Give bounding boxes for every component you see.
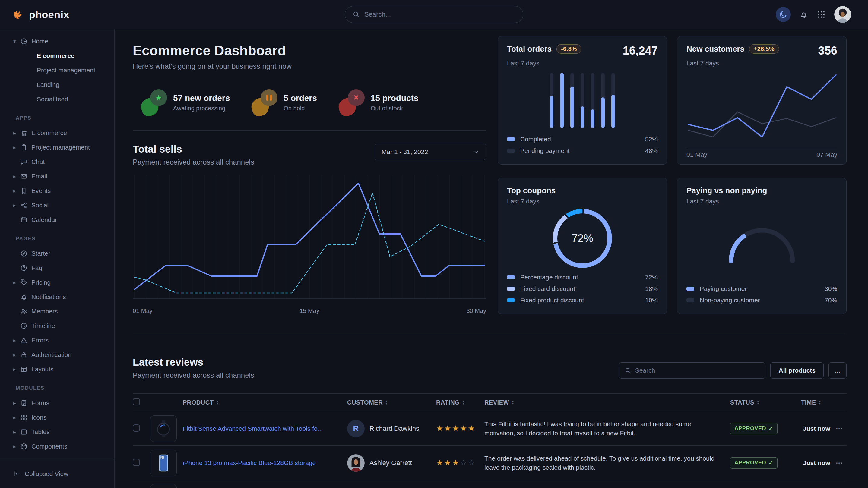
sidebar-item-members[interactable]: Members	[0, 304, 114, 319]
row-checkbox[interactable]	[133, 459, 140, 466]
sidebar-item-chat[interactable]: Chat	[0, 155, 114, 169]
all-products-button[interactable]: All products	[770, 362, 824, 379]
legend-value: 18%	[645, 285, 658, 292]
sidebar-item-events[interactable]: ▸Events	[0, 184, 114, 198]
sidebar-item-project-management[interactable]: Project management	[0, 63, 114, 77]
caret-right-icon[interactable]: ▸	[13, 337, 20, 344]
card-new-customers: New customers +26.5% 356 Last 7 days 01 …	[677, 36, 846, 165]
card-paying-vs-nonpaying: Paying vs non paying Last 7 days Paying …	[677, 178, 846, 314]
reviews-search-input[interactable]	[635, 367, 760, 374]
stat-awating-processing: ★57 new ordersAwating processing	[141, 89, 230, 116]
sidebar-item-forms[interactable]: ▸Forms	[0, 396, 114, 410]
sidebar-item-icons[interactable]: ▸Icons	[0, 410, 114, 425]
legend-value: 30%	[825, 285, 837, 292]
column-header-review[interactable]: REVIEW▲▼	[484, 399, 730, 406]
sidebar-item-faq[interactable]: Faq	[0, 261, 114, 275]
caret-right-icon[interactable]: ▸	[13, 144, 20, 151]
theme-toggle-button[interactable]	[776, 7, 791, 22]
sidebar-item-email[interactable]: ▸Email	[0, 169, 114, 184]
notifications-button[interactable]	[799, 10, 808, 19]
select-all-checkbox[interactable]	[133, 398, 140, 405]
sidebar-item-home[interactable]: ▾Home	[0, 34, 114, 48]
legend-value: 48%	[645, 147, 658, 154]
stat-sublabel: On hold	[283, 105, 317, 112]
caret-right-icon[interactable]: ▸	[13, 130, 20, 136]
topbar-search-input[interactable]	[364, 10, 516, 19]
paying-legend-item: Paying customer30%	[686, 283, 837, 294]
sidebar-section-label: PAGES	[0, 231, 114, 246]
sidebar-item-e-commerce[interactable]: E commerce	[0, 48, 114, 63]
caret-right-icon[interactable]: ▸	[13, 400, 20, 406]
row-menu-button[interactable]: ⋯	[836, 425, 846, 432]
axis-label: 01 May	[686, 151, 707, 158]
card-title: Paying vs non paying	[686, 186, 767, 195]
date-range-select[interactable]: Mar 1 - 31, 2022	[375, 144, 486, 160]
sidebar-item-errors[interactable]: ▸Errors	[0, 333, 114, 348]
cart-icon	[20, 129, 28, 137]
axis-label: 30 May	[466, 307, 486, 314]
caret-right-icon[interactable]: ▸	[13, 429, 20, 435]
more-options-button[interactable]: ...	[829, 362, 846, 379]
sidebar-item-social[interactable]: ▸Social	[0, 198, 114, 213]
sidebar-item-components[interactable]: ▸Components	[0, 439, 114, 454]
column-header-status[interactable]: STATUS▲▼	[730, 399, 801, 406]
caret-right-icon[interactable]: ▸	[13, 188, 20, 194]
grid-dots-icon	[817, 10, 826, 19]
pause-icon	[266, 95, 272, 101]
card-period: Last 7 days	[686, 60, 837, 67]
product-thumbnail[interactable]	[150, 415, 177, 442]
row-checkbox[interactable]	[133, 424, 140, 432]
caret-down-icon[interactable]: ▾	[13, 38, 20, 44]
table-header-row: PRODUCT▲▼CUSTOMER▲▼RATING▲▼REVIEW▲▼STATU…	[133, 393, 846, 412]
sidebar-item-authentication[interactable]: ▸Authentication	[0, 348, 114, 362]
column-header-time[interactable]: TIME▲▼	[801, 399, 836, 406]
sidebar-item-social-feed[interactable]: Social feed	[0, 92, 114, 106]
product-link[interactable]: iPhone 13 pro max-Pacific Blue-128GB sto…	[183, 459, 316, 466]
compass-icon	[20, 250, 28, 257]
caret-right-icon[interactable]: ▸	[13, 173, 20, 180]
product-image-watch	[151, 415, 177, 442]
total-sells-chart: 01 May15 May30 May	[133, 172, 486, 315]
column-header-product[interactable]: PRODUCT▲▼	[183, 399, 347, 406]
phoenix-logo-icon	[11, 8, 25, 21]
apps-menu-button[interactable]	[817, 10, 826, 19]
coupons-legend-item: Percentage discount72%	[507, 271, 658, 283]
axis-label: 15 May	[300, 307, 319, 314]
caret-right-icon[interactable]: ▸	[13, 352, 20, 358]
reviews-search[interactable]	[619, 362, 766, 379]
sidebar-item-notifications[interactable]: Notifications	[0, 290, 114, 304]
sidebar-item-landing[interactable]: Landing	[0, 77, 114, 92]
column-header-customer[interactable]: CUSTOMER▲▼	[347, 399, 436, 406]
card-period: Last 7 days	[507, 198, 658, 205]
product-link[interactable]: Fitbit Sense Advanced Smartwatch with To…	[183, 425, 323, 432]
sidebar-item-pricing[interactable]: ▸Pricing	[0, 275, 114, 290]
sidebar-item-starter[interactable]: Starter	[0, 246, 114, 261]
sidebar-item-tables[interactable]: ▸Tables	[0, 425, 114, 439]
legend-chip	[686, 287, 694, 291]
avatar-image	[834, 6, 851, 23]
sidebar-item-project-management[interactable]: ▸Project management	[0, 140, 114, 155]
row-menu-button[interactable]: ⋯	[836, 459, 846, 467]
caret-right-icon[interactable]: ▸	[13, 202, 20, 208]
caret-right-icon[interactable]: ▸	[13, 444, 20, 450]
sidebar-item-layouts[interactable]: ▸Layouts	[0, 362, 114, 377]
stat-value: 5 orders	[283, 93, 317, 103]
brand-logo[interactable]: phoenix	[0, 8, 69, 21]
new-customers-x-axis: 01 May07 May	[686, 148, 837, 158]
collapsed-view-button[interactable]: Collapsed View	[13, 470, 68, 478]
sidebar-item-timeline[interactable]: Timeline	[0, 319, 114, 333]
sidebar-item-e-commerce[interactable]: ▸E commerce	[0, 126, 114, 140]
product-thumbnail[interactable]	[150, 450, 177, 476]
caret-right-icon[interactable]: ▸	[13, 366, 20, 372]
layout-icon	[20, 365, 28, 373]
sidebar-item-calendar[interactable]: Calendar	[0, 213, 114, 227]
column-header-rating[interactable]: RATING▲▼	[436, 399, 484, 406]
stat-sublabel: Awating processing	[173, 105, 230, 112]
caret-right-icon[interactable]: ▸	[13, 280, 20, 286]
search-icon	[352, 10, 360, 19]
customer-avatar: R	[347, 420, 365, 437]
topbar-search[interactable]	[345, 6, 523, 23]
question-icon	[20, 264, 28, 272]
caret-right-icon[interactable]: ▸	[13, 415, 20, 421]
user-avatar[interactable]	[834, 6, 851, 23]
